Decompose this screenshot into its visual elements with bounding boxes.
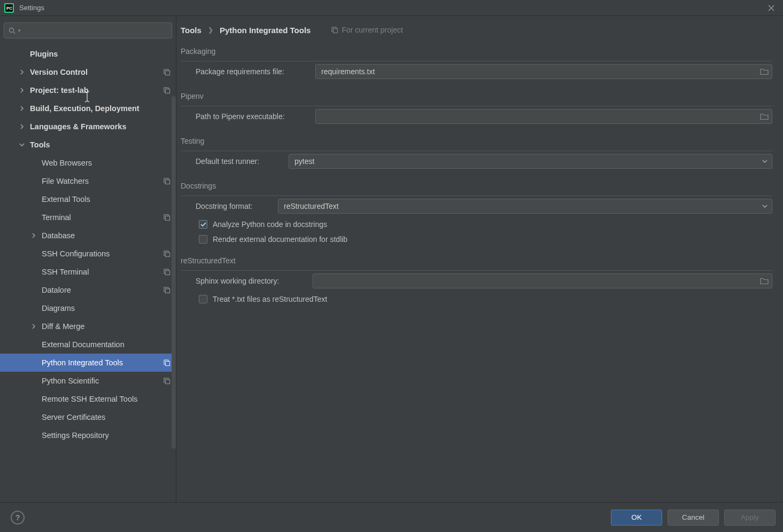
sphinx-dir-label: Sphinx working directory: <box>196 277 305 285</box>
ok-button[interactable]: OK <box>611 510 662 526</box>
sidebar-item-version-control[interactable]: Version Control <box>0 63 176 81</box>
legend-pipenv: Pipenv <box>181 92 208 100</box>
sidebar-item-label: Project: test-lab <box>30 86 89 95</box>
docstring-format-select[interactable]: reStructuredText <box>278 199 772 214</box>
sidebar-item-terminal[interactable]: Terminal <box>0 208 176 226</box>
treat-txt-row[interactable]: Treat *.txt files as reStructuredText <box>199 295 772 303</box>
project-scope-icon <box>163 68 170 76</box>
legend-docstrings: Docstrings <box>181 182 220 190</box>
browse-folder-icon[interactable] <box>760 113 769 120</box>
sidebar-scrollbar[interactable] <box>172 96 176 449</box>
apply-button[interactable]: Apply <box>724 510 776 526</box>
search-input[interactable] <box>21 27 167 35</box>
sidebar-item-label: Remote SSH External Tools <box>42 395 137 403</box>
sidebar-item-label: Datalore <box>42 286 71 294</box>
treat-txt-checkbox[interactable] <box>199 295 207 303</box>
footer: ? OK Cancel Apply <box>0 502 783 532</box>
sidebar-item-label: Version Control <box>30 68 88 76</box>
sidebar-item-ssh-configurations[interactable]: SSH Configurations <box>0 245 176 263</box>
sidebar-item-label: Python Integrated Tools <box>42 358 123 367</box>
analyze-docstrings-label: Analyze Python code in docstrings <box>213 220 327 229</box>
chevron-down-icon <box>19 142 27 147</box>
browse-folder-icon[interactable] <box>760 68 769 75</box>
requirements-input[interactable]: requirements.txt <box>315 64 772 79</box>
pipenv-path-label: Path to Pipenv executable: <box>196 112 308 121</box>
sidebar-item-server-certificates[interactable]: Server Certificates <box>0 408 176 426</box>
chevron-right-icon <box>19 106 27 111</box>
render-stdlib-row[interactable]: Render external documentation for stdlib <box>199 235 772 244</box>
test-runner-value: pytest <box>294 157 314 166</box>
sidebar-item-external-documentation[interactable]: External Documentation <box>0 335 176 354</box>
titlebar: PC Settings <box>0 0 783 16</box>
sidebar-item-plugins[interactable]: Plugins <box>0 45 176 63</box>
search-icon <box>9 27 15 34</box>
project-scope-icon <box>163 177 170 185</box>
svg-line-4 <box>13 32 15 34</box>
sidebar-item-tools[interactable]: Tools <box>0 136 176 154</box>
sidebar-item-build-execution-deployment[interactable]: Build, Execution, Deployment <box>0 99 176 118</box>
legend-packaging: Packaging <box>181 47 220 56</box>
svg-rect-22 <box>166 380 170 384</box>
analyze-docstrings-row[interactable]: Analyze Python code in docstrings <box>199 220 772 229</box>
test-runner-select[interactable]: pytest <box>289 154 772 169</box>
sidebar-item-label: SSH Terminal <box>42 268 89 276</box>
analyze-docstrings-checkbox[interactable] <box>199 220 207 229</box>
close-button[interactable] <box>764 1 779 15</box>
render-stdlib-checkbox[interactable] <box>199 235 207 244</box>
sidebar-item-label: Database <box>42 231 75 240</box>
sidebar-item-datalore[interactable]: Datalore <box>0 281 176 299</box>
svg-rect-24 <box>334 29 338 33</box>
svg-text:PC: PC <box>6 6 12 11</box>
legend-rst: reStructuredText <box>181 256 240 265</box>
sidebar-item-label: Terminal <box>42 213 71 222</box>
sidebar-item-web-browsers[interactable]: Web Browsers <box>0 154 176 172</box>
project-scope-icon <box>163 250 170 257</box>
sidebar-item-settings-repository[interactable]: Settings Repository <box>0 426 176 444</box>
project-scope-icon <box>331 26 338 34</box>
sidebar-item-file-watchers[interactable]: File Watchers <box>0 172 176 190</box>
sidebar-item-label: External Documentation <box>42 340 125 349</box>
chevron-down-icon <box>762 160 768 163</box>
breadcrumb: Tools ❯ Python Integrated Tools For curr… <box>176 16 783 44</box>
sphinx-dir-input[interactable] <box>313 273 772 288</box>
search-input-wrap[interactable]: ▾ <box>4 22 172 38</box>
sidebar-item-label: Diagrams <box>42 304 75 312</box>
svg-rect-16 <box>166 271 170 275</box>
sidebar-item-python-integrated-tools[interactable]: Python Integrated Tools <box>0 354 176 372</box>
sidebar-item-diff-merge[interactable]: Diff & Merge <box>0 317 176 335</box>
sidebar-item-label: Server Certificates <box>42 413 105 421</box>
sidebar-item-ssh-terminal[interactable]: SSH Terminal <box>0 263 176 281</box>
chevron-right-icon <box>19 88 27 93</box>
breadcrumb-leaf: Python Integrated Tools <box>220 26 311 35</box>
sidebar-item-label: Python Scientific <box>42 377 99 385</box>
sidebar-item-external-tools[interactable]: External Tools <box>0 190 176 208</box>
help-button[interactable]: ? <box>11 511 25 525</box>
pycharm-icon: PC <box>4 3 14 13</box>
chevron-right-icon <box>19 124 27 129</box>
pipenv-path-input[interactable] <box>315 109 772 124</box>
sidebar-item-project-test-lab[interactable]: Project: test-lab <box>0 81 176 99</box>
browse-folder-icon[interactable] <box>760 278 769 285</box>
sidebar-item-database[interactable]: Database <box>0 226 176 245</box>
sidebar-item-label: Build, Execution, Deployment <box>30 104 139 113</box>
project-scope-icon <box>163 377 170 385</box>
group-packaging: Packaging Package requirements file: req… <box>181 47 772 79</box>
breadcrumb-root[interactable]: Tools <box>181 26 201 35</box>
chevron-right-icon: ❯ <box>208 26 213 34</box>
project-scope-icon <box>163 268 170 276</box>
content: Packaging Package requirements file: req… <box>176 44 783 502</box>
project-scope-icon <box>163 87 170 94</box>
sidebar-item-python-scientific[interactable]: Python Scientific <box>0 372 176 390</box>
sidebar-item-languages-frameworks[interactable]: Languages & Frameworks <box>0 118 176 136</box>
window-title: Settings <box>19 4 764 12</box>
legend-testing: Testing <box>181 137 208 145</box>
requirements-value: requirements.txt <box>321 67 375 76</box>
sidebar-item-diagrams[interactable]: Diagrams <box>0 299 176 317</box>
sidebar-item-remote-ssh-external-tools[interactable]: Remote SSH External Tools <box>0 390 176 408</box>
cancel-button[interactable]: Cancel <box>668 510 719 526</box>
sidebar-item-label: SSH Configurations <box>42 249 110 258</box>
project-scope-icon <box>163 359 170 366</box>
body: ▾ PluginsVersion ControlProject: test-la… <box>0 16 783 502</box>
main-panel: Tools ❯ Python Integrated Tools For curr… <box>176 16 783 502</box>
svg-rect-12 <box>166 216 170 221</box>
